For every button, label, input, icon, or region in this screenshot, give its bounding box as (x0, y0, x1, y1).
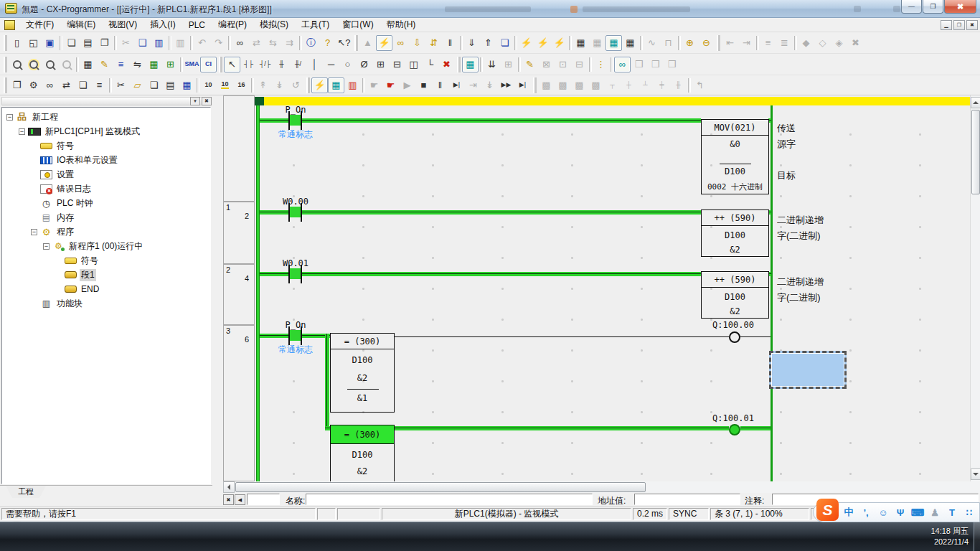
zoom-fit-button[interactable] (25, 57, 42, 72)
line-delete-button[interactable]: ✖ (438, 57, 455, 72)
io-comment-button[interactable]: ⇋ (129, 57, 146, 72)
scroll-down-button[interactable] (971, 468, 980, 480)
step-run-button[interactable]: ▶| (448, 77, 465, 93)
zoom-in-button[interactable] (9, 57, 25, 72)
help-button[interactable]: ? (319, 35, 336, 51)
properties-button[interactable]: ≡ (91, 77, 108, 93)
new-window-button[interactable]: ❐ (9, 77, 25, 93)
compare-block-1[interactable]: = (300) D100 &2 &1 (330, 333, 395, 413)
popup-window-button[interactable]: ❏ (75, 77, 91, 93)
simulator-window-button[interactable]: ▦ (462, 57, 479, 72)
taskbar-clock[interactable]: 14:18 周五 2022/11/4 (930, 526, 969, 547)
monitor-mode-button[interactable]: ▦ (328, 77, 344, 93)
child-close-button[interactable] (966, 20, 978, 30)
tree-item-section1[interactable]: 段1 (2, 268, 210, 282)
tree-item-function-blocks[interactable]: 功能块 (2, 296, 210, 311)
menu-window[interactable]: 窗口(W) (336, 17, 380, 32)
tree-expander[interactable]: − (6, 114, 13, 121)
tree-expander[interactable]: − (43, 243, 50, 250)
print-button[interactable]: ▤ (80, 35, 96, 51)
tree-item-program-symbols[interactable]: 符号 (2, 253, 210, 268)
tree-item-project[interactable]: − 新工程 (2, 110, 210, 124)
new-or-contact-button[interactable]: ╫ (273, 57, 290, 72)
tree-item-plc[interactable]: − 新PLC1[CP1H] 监视模式 (2, 124, 210, 138)
new-instruction-button[interactable]: ⊞ (372, 57, 389, 72)
force-reset-button[interactable]: ⊖ (698, 35, 715, 51)
new-function-block-button[interactable]: ◫ (405, 57, 422, 72)
panel-menu-button[interactable] (190, 97, 200, 105)
new-closed-contact-button[interactable]: ┤/├ (257, 57, 273, 72)
menu-program[interactable]: 编程(P) (212, 17, 253, 32)
compare-block-2[interactable]: = (300) D100 &2 (330, 425, 395, 481)
pause-monitoring-button[interactable]: ‖ (442, 35, 458, 51)
skin-icon[interactable]: T (944, 507, 960, 518)
tools-window-button[interactable]: ⚙ (25, 77, 42, 93)
contact-p-on-rung0[interactable] (290, 115, 301, 126)
tree-item-memory[interactable]: 内存 (2, 210, 210, 225)
monitor-hex-button[interactable]: 16 (233, 77, 250, 93)
menu-file[interactable]: 文件(F) (19, 17, 60, 32)
transfer-program-button[interactable]: ⇓ (463, 35, 480, 51)
show-address-bar-button[interactable]: SMA (184, 57, 200, 72)
menu-edit[interactable]: 编辑(E) (60, 17, 102, 32)
mov-instruction-block[interactable]: MOV(021) &0 D100 0002 十六进制 (701, 119, 769, 194)
monitor-signed-decimal-button[interactable]: 10 (217, 77, 233, 93)
transfer-to-plc-button[interactable]: ⇩ (409, 35, 425, 51)
soft-keyboard-icon[interactable]: ⌨ (910, 507, 925, 518)
paste-button[interactable]: ▥ (151, 35, 167, 51)
force-set-button[interactable]: ⊕ (682, 35, 698, 51)
rung-2-margin[interactable]: 2 4 (223, 264, 255, 325)
monitor-toggle-button[interactable]: ∞ (392, 35, 409, 51)
increment-instruction-block-1[interactable]: ++ (590) D100 &2 (701, 209, 769, 257)
section-cut-button[interactable]: ✂ (113, 77, 129, 93)
address-input[interactable] (634, 494, 740, 505)
child-minimize-button[interactable] (941, 20, 952, 30)
compare-with-plc-button[interactable]: ⇵ (425, 35, 442, 51)
monitor-view-button[interactable]: ▦ (606, 35, 622, 51)
select-mode-button[interactable]: ↖ (224, 57, 240, 72)
zoom-100-button[interactable] (42, 57, 58, 72)
contact-p-on-rung3[interactable] (290, 330, 301, 341)
stop-button[interactable]: ■ (415, 77, 432, 93)
tree-item-end[interactable]: END (2, 282, 210, 296)
panel-close-button[interactable] (202, 97, 212, 105)
restore-button[interactable] (923, 0, 943, 14)
menu-insert[interactable]: 插入(I) (143, 17, 182, 32)
memory-sheet-button[interactable]: ▦ (179, 77, 195, 93)
account-icon[interactable]: ♟ (927, 507, 943, 518)
symbol-combo[interactable] (247, 494, 280, 505)
online-edit-button[interactable]: ✎ (522, 57, 538, 72)
horizontal-line-button[interactable]: ─ (323, 57, 339, 72)
field-close-button[interactable] (223, 494, 234, 505)
rung-1-margin[interactable]: 1 2 (223, 202, 255, 264)
coil-q10000[interactable] (729, 331, 740, 343)
chinese-mode-icon[interactable]: 中 (841, 506, 857, 519)
tree-item-programs[interactable]: − 程序 (2, 225, 210, 239)
show-ci-button[interactable]: CI (200, 57, 217, 72)
new-inverted-instruction-button[interactable]: ⊟ (389, 57, 405, 72)
vertical-scroll-thumb[interactable] (971, 110, 980, 194)
find-button[interactable]: ∞ (232, 35, 248, 51)
cross-reference-button[interactable]: ⇄ (58, 77, 75, 93)
menu-tools[interactable]: 工具(T) (295, 17, 336, 32)
contact-w001[interactable] (290, 268, 301, 279)
quick-transfer-button[interactable]: ⚡ (534, 35, 551, 51)
work-online-simulator-button[interactable]: ⚡ (376, 35, 392, 51)
new-closed-coil-button[interactable]: Ø (356, 57, 372, 72)
tree-item-settings[interactable]: 设置 (2, 167, 210, 182)
quick-online-button[interactable]: ⚡ (518, 35, 534, 51)
interrupt-hand-button[interactable]: ☛ (382, 77, 399, 93)
print-preview-button[interactable]: ❐ (96, 35, 113, 51)
vertical-line-button[interactable]: │ (306, 57, 323, 72)
sogou-logo-icon[interactable]: S (816, 499, 839, 521)
tree-item-plc-clock[interactable]: PLC 时钟 (2, 196, 210, 210)
watch-window-view-button[interactable]: ▦ (622, 35, 639, 51)
watch-sheet-button[interactable]: ❏ (146, 77, 162, 93)
show-desktop-button[interactable] (974, 522, 980, 551)
tree-expander[interactable]: − (31, 229, 37, 235)
increment-instruction-block-2[interactable]: ++ (590) D100 &2 (701, 271, 769, 319)
program-check-button[interactable]: ❏ (63, 35, 80, 51)
monitor-data-button[interactable]: ▦ (146, 57, 162, 72)
quick-compare-button[interactable]: ⚡ (551, 35, 567, 51)
menu-plc[interactable]: PLC (182, 19, 212, 32)
